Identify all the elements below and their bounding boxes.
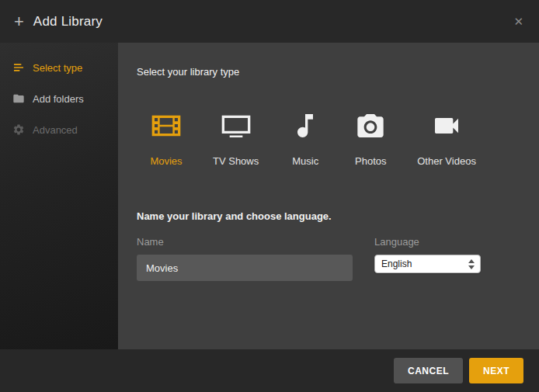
- library-type-label: Music: [292, 155, 318, 167]
- library-type-label: Photos: [355, 155, 386, 167]
- film-icon: [148, 110, 185, 144]
- folder-icon: [12, 92, 25, 105]
- library-type-movies[interactable]: Movies: [148, 110, 185, 167]
- language-select[interactable]: English: [374, 255, 481, 273]
- video-camera-icon: [428, 110, 465, 144]
- name-section-heading: Name your library and choose language.: [137, 210, 520, 222]
- library-type-tv-shows[interactable]: TV Shows: [213, 110, 259, 167]
- next-button[interactable]: NEXT: [469, 358, 523, 383]
- library-type-label: Movies: [150, 155, 182, 167]
- tv-icon: [217, 110, 255, 144]
- sidebar-item-advanced[interactable]: Advanced: [0, 114, 118, 145]
- dialog-body: Select type Add folders Advanced Select …: [0, 43, 539, 349]
- type-section-heading: Select your library type: [137, 66, 520, 78]
- sidebar-item-select-type[interactable]: Select type: [0, 52, 118, 83]
- close-button[interactable]: ✕: [510, 12, 527, 32]
- dialog-title: Add Library: [33, 14, 103, 29]
- language-select-value: English: [381, 258, 466, 269]
- name-language-form: Name Language English: [137, 236, 520, 281]
- dialog-header: + Add Library ✕: [0, 0, 539, 43]
- camera-icon: [352, 110, 389, 144]
- library-type-photos[interactable]: Photos: [352, 110, 389, 167]
- sidebar-item-label: Add folders: [33, 93, 84, 105]
- main-panel: Select your library type Movies TV Shows: [118, 43, 539, 349]
- language-label: Language: [374, 236, 481, 248]
- library-name-input[interactable]: [137, 255, 353, 281]
- plus-icon: +: [14, 13, 24, 30]
- sidebar-item-add-folders[interactable]: Add folders: [0, 83, 118, 114]
- gear-icon: [12, 123, 25, 136]
- sidebar-item-label: Advanced: [33, 124, 78, 136]
- cancel-button[interactable]: CANCEL: [394, 358, 463, 383]
- library-type-label: Other Videos: [417, 155, 476, 167]
- add-library-dialog: + Add Library ✕ Select type Add folders: [0, 0, 539, 392]
- dialog-footer: CANCEL NEXT: [0, 349, 539, 392]
- sidebar: Select type Add folders Advanced: [0, 43, 118, 349]
- library-type-other-videos[interactable]: Other Videos: [417, 110, 476, 167]
- music-note-icon: [287, 110, 324, 144]
- library-type-list: Movies TV Shows Music: [148, 110, 520, 167]
- library-type-music[interactable]: Music: [287, 110, 324, 167]
- name-label: Name: [137, 236, 353, 248]
- library-type-label: TV Shows: [213, 155, 259, 167]
- sidebar-item-label: Select type: [33, 62, 82, 74]
- select-arrows-icon: [466, 259, 477, 269]
- list-lines-icon: [12, 61, 25, 74]
